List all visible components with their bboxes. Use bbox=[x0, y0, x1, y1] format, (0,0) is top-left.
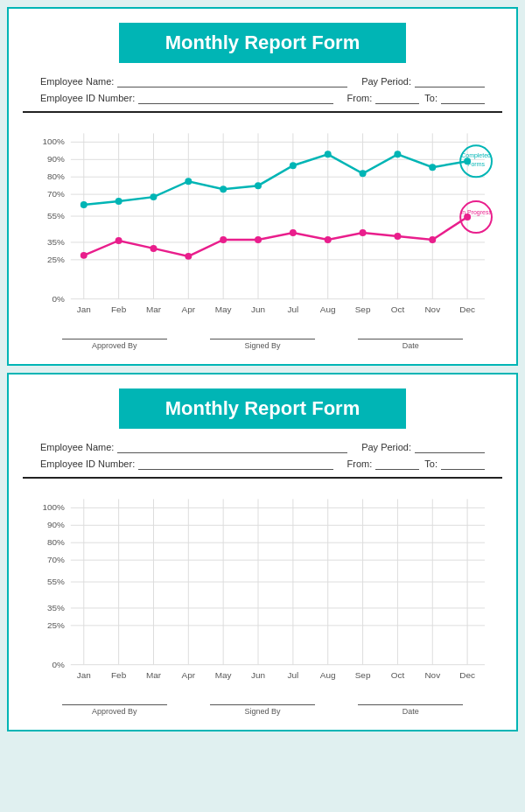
svg-text:35%: 35% bbox=[47, 237, 65, 247]
svg-text:0%: 0% bbox=[52, 660, 65, 669]
form2-signature-area: Approved By Signed By Date bbox=[23, 704, 502, 716]
svg-text:70%: 70% bbox=[47, 189, 65, 199]
dot-completed-apr bbox=[185, 178, 192, 185]
dot-completed-aug bbox=[325, 150, 332, 158]
inprogress-line bbox=[84, 217, 467, 256]
form1-signature-area: Approved By Signed By Date bbox=[23, 339, 502, 350]
dot-completed-jul bbox=[290, 162, 297, 169]
svg-text:Jul: Jul bbox=[288, 670, 299, 680]
svg-text:0%: 0% bbox=[52, 294, 65, 304]
form2-date-label: Date bbox=[402, 707, 419, 716]
svg-text:100%: 100% bbox=[42, 502, 65, 512]
svg-text:55%: 55% bbox=[47, 211, 65, 220]
svg-text:May: May bbox=[215, 670, 232, 680]
form2-signed-by: Signed By bbox=[210, 704, 315, 716]
form2-approved-by: Approved By bbox=[62, 704, 167, 716]
svg-text:90%: 90% bbox=[47, 520, 65, 529]
svg-text:80%: 80% bbox=[47, 172, 65, 181]
form1-chart-svg: 100% 90% 80% 70% 55% 35% 25% 0% bbox=[32, 120, 494, 330]
svg-text:Jan: Jan bbox=[77, 670, 91, 680]
form1-date: Date bbox=[358, 339, 463, 350]
dot-inprogress-sep bbox=[360, 229, 367, 236]
dot-completed-jan bbox=[80, 201, 88, 208]
svg-text:Feb: Feb bbox=[111, 670, 127, 680]
form2-date: Date bbox=[358, 704, 463, 716]
dot-inprogress-oct bbox=[394, 233, 401, 240]
svg-text:Mar: Mar bbox=[146, 304, 162, 314]
svg-text:Oct: Oct bbox=[391, 304, 405, 314]
dot-completed-mar bbox=[150, 193, 157, 200]
form2-fields: Employee Name: Pay Period: Employee ID N… bbox=[23, 441, 502, 470]
form2-pay-period-line[interactable] bbox=[415, 441, 485, 453]
form1-title: Monthly Report Form bbox=[119, 23, 407, 63]
dot-inprogress-jul bbox=[290, 229, 297, 236]
form2-title: Monthly Report Form bbox=[119, 388, 407, 429]
dot-inprogress-may bbox=[220, 236, 227, 243]
dot-completed-sep bbox=[360, 170, 367, 177]
svg-text:Jan: Jan bbox=[77, 304, 91, 314]
form2-employee-name-label: Employee Name: bbox=[40, 442, 114, 452]
form1-date-label: Date bbox=[402, 341, 419, 350]
svg-text:Oct: Oct bbox=[391, 670, 405, 680]
svg-text:80%: 80% bbox=[47, 537, 65, 547]
form2-to-label: To: bbox=[424, 458, 438, 469]
svg-text:Feb: Feb bbox=[111, 304, 127, 314]
svg-text:Dec: Dec bbox=[459, 304, 475, 314]
dot-inprogress-apr bbox=[185, 253, 192, 260]
form1-row-id: Employee ID Number: From: To: bbox=[40, 92, 485, 104]
svg-text:100%: 100% bbox=[42, 136, 65, 146]
svg-text:Aug: Aug bbox=[320, 670, 336, 680]
dot-completed-feb bbox=[116, 198, 122, 205]
form1-chart: 100% 90% 80% 70% 55% 35% 25% 0% bbox=[32, 120, 494, 330]
svg-text:Completed: Completed bbox=[461, 152, 491, 159]
form2-chart: 100% 90% 80% 70% 55% 35% 25% 0% bbox=[32, 486, 494, 696]
form1-row-name: Employee Name: Pay Period: bbox=[40, 75, 485, 88]
form1-from-line[interactable] bbox=[375, 92, 419, 104]
form2-employee-id-line[interactable] bbox=[138, 458, 332, 470]
form1-employee-id-line[interactable] bbox=[138, 92, 332, 104]
form2-signed-label: Signed By bbox=[244, 707, 280, 716]
form1-signed-label: Signed By bbox=[244, 341, 280, 350]
form1-from-label: From: bbox=[347, 93, 373, 103]
dot-inprogress-aug bbox=[325, 236, 332, 243]
svg-text:May: May bbox=[215, 304, 232, 314]
svg-text:90%: 90% bbox=[47, 154, 65, 164]
dot-inprogress-feb bbox=[116, 237, 122, 244]
svg-text:Sep: Sep bbox=[355, 670, 371, 680]
form2-row-id: Employee ID Number: From: To: bbox=[40, 458, 485, 470]
dot-completed-oct bbox=[394, 150, 401, 158]
form2-to-line[interactable] bbox=[441, 458, 485, 470]
form1-employee-name-line[interactable] bbox=[117, 75, 347, 88]
dot-inprogress-jan bbox=[80, 252, 88, 259]
form1-approved-by: Approved By bbox=[62, 339, 167, 350]
form1-pay-period-label: Pay Period: bbox=[361, 76, 411, 87]
svg-text:Dec: Dec bbox=[459, 670, 475, 680]
form2-approved-line bbox=[62, 704, 167, 705]
chart2-grid: 100% 90% 80% 70% 55% 35% 25% 0% bbox=[42, 499, 485, 679]
form1-signed-line bbox=[210, 339, 315, 340]
svg-text:In Progress: In Progress bbox=[460, 209, 492, 216]
form1-approved-line bbox=[62, 339, 167, 340]
form2-row-name: Employee Name: Pay Period: bbox=[40, 441, 485, 453]
report-form-1: Monthly Report Form Employee Name: Pay P… bbox=[7, 7, 518, 366]
form2-employee-name-line[interactable] bbox=[117, 441, 347, 453]
svg-text:Sep: Sep bbox=[355, 304, 371, 314]
dot-inprogress-mar bbox=[150, 245, 157, 252]
form1-to-line[interactable] bbox=[441, 92, 485, 104]
form1-employee-id-label: Employee ID Number: bbox=[40, 93, 135, 103]
form2-chart-svg: 100% 90% 80% 70% 55% 35% 25% 0% bbox=[32, 486, 494, 696]
form1-approved-label: Approved By bbox=[92, 341, 137, 350]
form2-from-line[interactable] bbox=[375, 458, 419, 470]
form2-approved-label: Approved By bbox=[92, 707, 137, 716]
form1-date-line bbox=[358, 339, 463, 340]
dot-inprogress-jun bbox=[255, 236, 262, 243]
svg-text:Nov: Nov bbox=[424, 304, 440, 314]
svg-text:Jul: Jul bbox=[288, 304, 299, 314]
form1-pay-period-line[interactable] bbox=[415, 75, 485, 88]
form2-date-line bbox=[358, 704, 463, 705]
form1-to-label: To: bbox=[424, 93, 438, 103]
svg-text:Apr: Apr bbox=[182, 304, 196, 314]
dot-completed-may bbox=[220, 186, 227, 192]
form2-employee-id-label: Employee ID Number: bbox=[40, 458, 135, 469]
svg-text:70%: 70% bbox=[47, 555, 65, 564]
